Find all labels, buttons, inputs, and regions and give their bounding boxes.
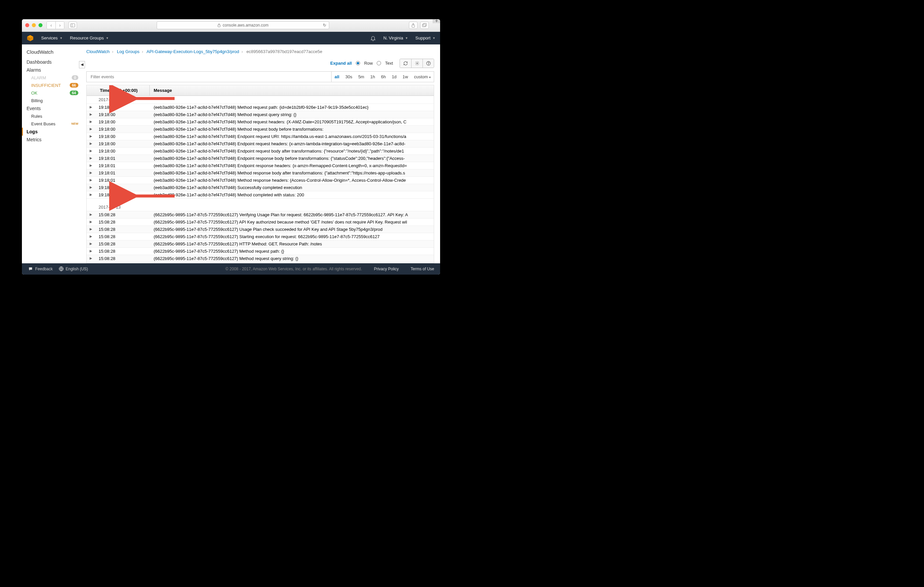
feedback-link[interactable]: Feedback [28,266,53,271]
footer: Feedback English (US) © 2008 - 2017, Ama… [22,263,440,275]
sidebar-item-logs[interactable]: Logs [22,128,82,136]
tabs-button[interactable] [420,21,429,29]
help-button[interactable] [422,59,434,67]
expand-icon[interactable]: ▶ [87,240,95,247]
share-button[interactable] [409,21,417,29]
reload-icon[interactable]: ↻ [323,23,326,28]
expand-icon[interactable]: ▶ [87,211,95,218]
radio-text[interactable] [377,61,381,65]
maximize-icon[interactable] [38,23,43,27]
filter-input[interactable] [87,72,331,82]
crumb-log-group[interactable]: API-Gateway-Execution-Logs_5by75p4gn3/pr… [146,49,239,54]
close-icon[interactable] [25,23,29,27]
expand-icon[interactable]: ▶ [87,155,95,162]
log-row[interactable]: ▶19:18:00(eeb3ad80-926e-11e7-ac8d-b7ef47… [87,126,434,133]
sidebar-item-rules[interactable]: Rules [26,112,82,120]
sidebar-item-event-buses[interactable]: Event BusesNEW [26,120,82,128]
log-message: (6622b95c-9895-11e7-87c5-772559cc6127) V… [150,211,434,218]
aws-logo-icon[interactable] [26,35,34,42]
collapse-sidebar-button[interactable]: ◀ [79,61,85,68]
log-row[interactable]: ▶15:08:28(6622b95c-9895-11e7-87c5-772559… [87,226,434,233]
log-row[interactable]: ▶15:08:28(6622b95c-9895-11e7-87c5-772559… [87,255,434,262]
settings-button[interactable] [411,59,422,67]
expand-icon[interactable]: ▶ [87,140,95,147]
log-row[interactable]: ▶19:18:01(eeb3ad80-926e-11e7-ac8d-b7ef47… [87,162,434,169]
log-row[interactable]: ▶19:18:00(eeb3ad80-926e-11e7-ac8d-b7ef47… [87,140,434,148]
expand-icon[interactable]: ▶ [87,233,95,240]
forward-button[interactable]: › [55,21,64,29]
sidebar-item-metrics[interactable]: Metrics [26,136,82,144]
range-1d[interactable]: 1d [389,72,399,82]
expand-icon[interactable]: ▶ [87,126,95,133]
expand-icon[interactable]: ▶ [87,148,95,155]
sidebar-item-dashboards[interactable]: Dashboards [26,58,82,66]
log-row[interactable]: ▶15:08:28(6622b95c-9895-11e7-87c5-772559… [87,211,434,219]
sidebar-item-alarms[interactable]: Alarms [26,66,82,74]
log-row[interactable]: ▶19:18:00(eeb3ad80-926e-11e7-ac8d-b7ef47… [87,133,434,140]
log-row[interactable]: ▶19:18:00(eeb3ad80-926e-11e7-ac8d-b7ef47… [87,104,434,111]
log-row[interactable]: ▶19:18:01(eeb3ad80-926e-11e7-ac8d-b7ef47… [87,191,434,199]
back-button[interactable]: ‹ [47,21,55,29]
new-tab-button[interactable]: + [433,19,440,23]
expand-icon[interactable]: ▶ [87,219,95,225]
terms-link[interactable]: Terms of Use [411,266,434,271]
log-row[interactable]: ▶19:18:01(eeb3ad80-926e-11e7-ac8d-b7ef47… [87,177,434,184]
expand-icon[interactable]: ▶ [87,226,95,233]
log-row[interactable]: ▶19:18:00(eeb3ad80-926e-11e7-ac8d-b7ef47… [87,148,434,155]
sidebar-toggle-button[interactable] [68,21,77,29]
log-time: 15:08:28 [95,219,150,225]
col-message[interactable]: Message [150,85,434,95]
sidebar-item-billing[interactable]: Billing [26,97,82,104]
log-row[interactable]: ▶19:18:01(eeb3ad80-926e-11e7-ac8d-b7ef47… [87,155,434,162]
range-1h[interactable]: 1h [367,72,378,82]
log-time: 19:18:00 [95,118,150,125]
nav-region[interactable]: N. Virginia▼ [383,36,408,41]
log-row[interactable]: ▶15:08:28(6622b95c-9895-11e7-87c5-772559… [87,248,434,255]
range-30s[interactable]: 30s [342,72,355,82]
expand-icon[interactable]: ▶ [87,133,95,140]
radio-row[interactable] [356,61,360,65]
log-row[interactable]: ▶15:08:28(6622b95c-9895-11e7-87c5-772559… [87,233,434,240]
expand-icon[interactable]: ▶ [87,169,95,176]
range-6h[interactable]: 6h [378,72,389,82]
sidebar-item-events[interactable]: Events [26,104,82,112]
expand-all-link[interactable]: Expand all [330,61,352,66]
address-bar[interactable]: console.aws.amazon.com ↻ [157,21,329,29]
expand-icon[interactable]: ▶ [87,118,95,125]
log-row[interactable]: ▶19:18:00(eeb3ad80-926e-11e7-ac8d-b7ef47… [87,118,434,126]
log-row[interactable]: ▶19:18:00(eeb3ad80-926e-11e7-ac8d-b7ef47… [87,111,434,118]
expand-icon[interactable]: ▶ [87,255,95,262]
expand-icon[interactable]: ▶ [87,191,95,198]
help-icon [426,61,431,66]
expand-icon[interactable]: ▶ [87,177,95,184]
crumb-cloudwatch[interactable]: CloudWatch [86,49,109,54]
expand-icon[interactable]: ▶ [87,111,95,118]
sidebar-item-insufficient[interactable]: INSUFFICIENT66 [26,82,82,89]
nav-support[interactable]: Support▼ [416,36,436,41]
expand-icon[interactable]: ▶ [87,162,95,169]
expand-icon[interactable]: ▶ [87,248,95,255]
sidebar-title[interactable]: CloudWatch [26,49,82,55]
sidebar-item-alarm[interactable]: ALARM0 [26,74,82,82]
range-all[interactable]: all [332,72,342,82]
range-1w[interactable]: 1w [399,72,411,82]
col-time[interactable]: Time (UTC +00:00) [87,85,150,95]
log-row[interactable]: ▶19:18:01(eeb3ad80-926e-11e7-ac8d-b7ef47… [87,184,434,191]
refresh-button[interactable] [400,59,411,67]
log-row[interactable]: ▶15:08:28(6622b95c-9895-11e7-87c5-772559… [87,219,434,226]
expand-icon[interactable]: ▶ [87,184,95,191]
expand-icon[interactable]: ▶ [87,104,95,111]
log-row[interactable]: ▶15:08:28(6622b95c-9895-11e7-87c5-772559… [87,240,434,248]
log-time: 19:18:01 [95,169,150,176]
nav-resource-groups[interactable]: Resource Groups▼ [70,36,109,41]
range-custom[interactable]: custom ▾ [411,72,434,82]
privacy-link[interactable]: Privacy Policy [374,266,399,271]
log-row[interactable]: ▶19:18:01(eeb3ad80-926e-11e7-ac8d-b7ef47… [87,169,434,177]
minimize-icon[interactable] [32,23,36,27]
nav-services[interactable]: Services▼ [41,36,63,41]
language-selector[interactable]: English (US) [59,266,88,271]
range-5m[interactable]: 5m [355,72,367,82]
sidebar-item-ok[interactable]: OK64 [26,89,82,97]
crumb-log-groups[interactable]: Log Groups [117,49,139,54]
bell-icon[interactable] [370,35,376,41]
